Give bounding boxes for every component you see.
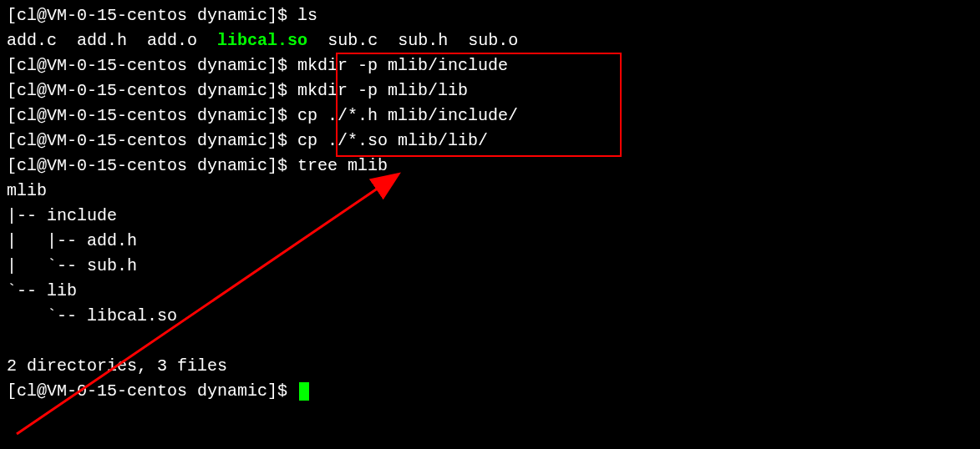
- shell-prompt: [cl@VM-0-15-centos dynamic]$: [7, 106, 297, 125]
- terminal-line: [cl@VM-0-15-centos dynamic]$ ls: [7, 3, 973, 28]
- shell-prompt: [cl@VM-0-15-centos dynamic]$: [7, 6, 297, 25]
- terminal-output: [cl@VM-0-15-centos dynamic]$ ls add.c ad…: [7, 3, 973, 404]
- shell-prompt: [cl@VM-0-15-centos dynamic]$: [7, 131, 297, 150]
- terminal-line-active[interactable]: [cl@VM-0-15-centos dynamic]$: [7, 379, 973, 404]
- command-text: cp ./*.h mlib/include/: [297, 106, 518, 125]
- command-text: cp ./*.so mlib/lib/: [297, 131, 488, 150]
- terminal-line: [cl@VM-0-15-centos dynamic]$ mkdir -p ml…: [7, 53, 973, 78]
- shell-prompt: [cl@VM-0-15-centos dynamic]$: [7, 81, 297, 100]
- command-text: ls: [297, 6, 317, 25]
- file-item: sub.h: [398, 31, 448, 50]
- file-item: sub.c: [328, 31, 378, 50]
- file-item: sub.o: [468, 31, 518, 50]
- tree-root: mlib: [7, 179, 973, 204]
- terminal-line: [cl@VM-0-15-centos dynamic]$ mkdir -p ml…: [7, 78, 973, 103]
- tree-dir: `-- lib: [7, 279, 973, 304]
- tree-file: `-- libcal.so: [7, 304, 973, 329]
- terminal-line: [cl@VM-0-15-centos dynamic]$ tree mlib: [7, 154, 973, 179]
- file-item: add.o: [147, 31, 197, 50]
- blank-line: [7, 329, 973, 354]
- tree-file: | |-- add.h: [7, 229, 973, 254]
- shell-prompt: [cl@VM-0-15-centos dynamic]$: [7, 56, 297, 75]
- tree-file: | `-- sub.h: [7, 254, 973, 279]
- shell-prompt: [cl@VM-0-15-centos dynamic]$: [7, 156, 297, 175]
- tree-dir: |-- include: [7, 204, 973, 229]
- ls-output-line: add.c add.h add.o libcal.so sub.c sub.h …: [7, 28, 973, 53]
- terminal-line: [cl@VM-0-15-centos dynamic]$ cp ./*.so m…: [7, 129, 973, 154]
- tree-summary: 2 directories, 3 files: [7, 354, 973, 379]
- command-text: mkdir -p mlib/include: [297, 56, 508, 75]
- command-text: tree mlib: [297, 156, 388, 175]
- file-item-shared-lib: libcal.so: [217, 31, 307, 50]
- file-item: add.h: [77, 31, 127, 50]
- cursor: [299, 382, 309, 401]
- shell-prompt: [cl@VM-0-15-centos dynamic]$: [7, 381, 297, 401]
- file-item: add.c: [7, 31, 57, 50]
- terminal-line: [cl@VM-0-15-centos dynamic]$ cp ./*.h ml…: [7, 103, 973, 129]
- command-text: mkdir -p mlib/lib: [297, 81, 468, 100]
